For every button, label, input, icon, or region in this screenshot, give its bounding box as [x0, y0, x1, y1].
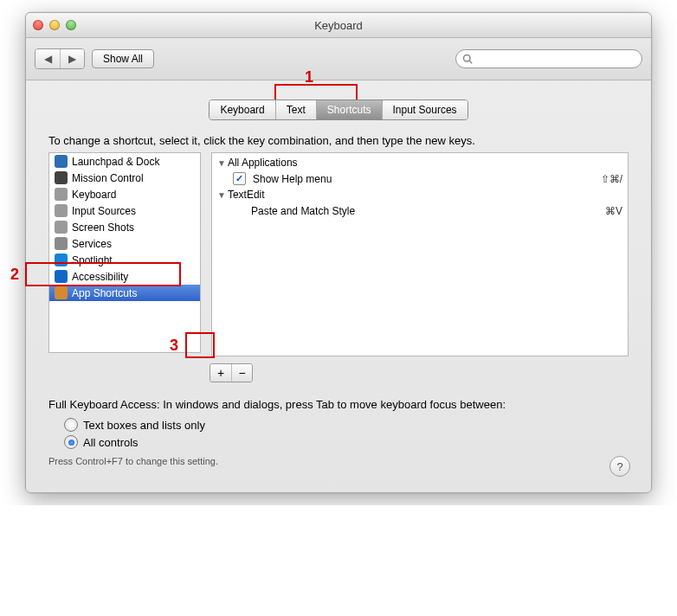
shortcut-keys[interactable]: ⌘V — [605, 205, 622, 217]
svg-line-1 — [469, 61, 472, 63]
tab-shortcuts[interactable]: Shortcuts — [316, 100, 382, 119]
fka-hint: Press Control+F7 to change this setting. — [48, 456, 629, 466]
preferences-window: Keyboard ◀ ▶ Show All 1 2 3 KeyboardText… — [25, 12, 652, 493]
nav-back-forward: ◀ ▶ — [35, 48, 85, 69]
shortcut-label: Paste and Match Style — [251, 205, 605, 217]
group-header[interactable]: ▼TextEdit — [217, 187, 622, 202]
instruction-text: To change a shortcut, select it, click t… — [48, 134, 629, 147]
category-accessibility[interactable]: Accessibility — [49, 268, 200, 285]
show-all-button[interactable]: Show All — [92, 49, 154, 68]
remove-button[interactable]: − — [231, 364, 252, 382]
app-shortcuts-icon — [55, 286, 68, 299]
mission-control-icon — [55, 171, 68, 184]
window-title: Keyboard — [26, 19, 651, 32]
search-field[interactable] — [455, 49, 642, 68]
search-input[interactable] — [476, 52, 635, 66]
category-label: Mission Control — [72, 172, 144, 184]
spotlight-icon — [55, 253, 68, 266]
input-sources-icon — [55, 204, 68, 217]
keyboard-icon — [55, 188, 68, 201]
services-icon — [55, 237, 68, 250]
radio-button[interactable] — [64, 435, 78, 449]
category-services[interactable]: Services — [49, 235, 200, 252]
disclosure-triangle-icon: ▼ — [217, 158, 226, 168]
radio-label: All controls — [83, 436, 139, 449]
category-launchpad[interactable]: Launchpad & Dock — [49, 153, 200, 170]
group-header[interactable]: ▼All Applications — [217, 155, 622, 170]
tab-input-sources[interactable]: Input Sources — [382, 100, 467, 119]
launchpad-icon — [55, 155, 68, 168]
shortcut-keys[interactable]: ⇧⌘/ — [601, 173, 622, 185]
toolbar: ◀ ▶ Show All — [26, 38, 651, 80]
tab-bar: KeyboardTextShortcutsInput Sources — [48, 99, 629, 120]
category-label: App Shortcuts — [72, 287, 137, 299]
fka-radio-all-controls[interactable]: All controls — [64, 433, 629, 451]
group-name: All Applications — [228, 157, 298, 169]
category-screen-shots[interactable]: Screen Shots — [49, 219, 200, 235]
annotation-2-label: 2 — [10, 266, 19, 284]
fka-radio-text-boxes-and-lists-only[interactable]: Text boxes and lists only — [64, 416, 629, 433]
shortcut-list[interactable]: ▼All ApplicationsShow Help menu⇧⌘/▼TextE… — [211, 152, 629, 356]
category-spotlight[interactable]: Spotlight — [49, 252, 200, 268]
radio-label: Text boxes and lists only — [83, 419, 205, 432]
search-icon — [462, 54, 473, 64]
tab-keyboard[interactable]: Keyboard — [210, 100, 274, 119]
category-label: Launchpad & Dock — [72, 156, 159, 168]
full-keyboard-access-label: Full Keyboard Access: In windows and dia… — [48, 398, 629, 411]
radio-button[interactable] — [64, 418, 78, 432]
category-keyboard[interactable]: Keyboard — [49, 186, 200, 202]
help-button[interactable]: ? — [609, 456, 630, 477]
svg-point-0 — [464, 55, 471, 62]
shortcut-row[interactable]: Paste and Match Style⌘V — [217, 202, 622, 219]
tab-text[interactable]: Text — [275, 100, 316, 119]
group-name: TextEdit — [228, 189, 265, 201]
forward-button[interactable]: ▶ — [60, 49, 84, 68]
category-label: Keyboard — [72, 189, 116, 201]
category-input-sources[interactable]: Input Sources — [49, 202, 200, 219]
screen-shots-icon — [55, 221, 68, 234]
add-button[interactable]: + — [210, 364, 231, 382]
category-label: Services — [72, 238, 112, 250]
category-label: Screen Shots — [72, 221, 134, 234]
category-list[interactable]: Launchpad & DockMission ControlKeyboardI… — [48, 152, 201, 353]
shortcut-checkbox[interactable] — [233, 172, 246, 185]
category-label: Spotlight — [72, 254, 113, 266]
shortcut-row[interactable]: Show Help menu⇧⌘/ — [217, 170, 622, 187]
titlebar: Keyboard — [26, 13, 651, 38]
shortcut-label: Show Help menu — [253, 173, 601, 185]
category-label: Accessibility — [72, 271, 128, 283]
back-button[interactable]: ◀ — [35, 49, 60, 68]
disclosure-triangle-icon: ▼ — [217, 190, 226, 200]
category-label: Input Sources — [72, 205, 136, 217]
category-app-shortcuts[interactable]: App Shortcuts — [49, 285, 200, 301]
category-mission-control[interactable]: Mission Control — [49, 170, 200, 186]
accessibility-icon — [55, 270, 68, 283]
